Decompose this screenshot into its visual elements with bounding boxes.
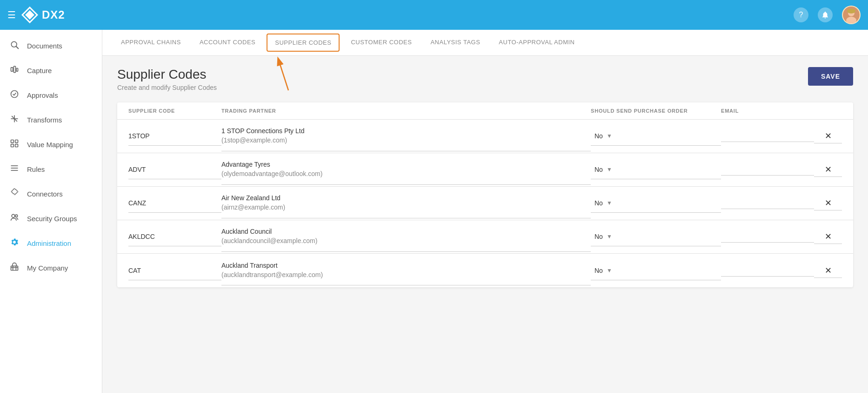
approvals-icon bbox=[9, 89, 20, 101]
svg-rect-17 bbox=[11, 144, 14, 147]
delete-button-cat[interactable]: ✕ bbox=[823, 264, 834, 278]
email-cell-advt bbox=[721, 164, 814, 176]
sidebar-item-approvals[interactable]: Approvals bbox=[0, 83, 102, 108]
dropdown-arrow-cat[interactable]: ▼ bbox=[607, 267, 612, 274]
svg-rect-18 bbox=[15, 144, 18, 147]
email-cell-akldcc bbox=[721, 231, 814, 243]
dropdown-arrow-canz[interactable]: ▼ bbox=[607, 200, 612, 206]
logo-text: DX2 bbox=[42, 8, 65, 21]
svg-rect-24 bbox=[11, 266, 18, 270]
page-header: Supplier Codes Create and modify Supplie… bbox=[117, 67, 853, 91]
trading-partner-canz: Air New Zealand Ltd (airnz@example.com) bbox=[221, 188, 591, 218]
should-send-dropdown-1stop[interactable]: No ▼ bbox=[591, 127, 721, 146]
table-row: CAT Auckland Transport (aucklandtranspor… bbox=[117, 254, 853, 287]
page-title: Supplier Codes bbox=[117, 67, 217, 82]
hamburger-icon[interactable]: ☰ bbox=[7, 9, 16, 20]
logo-area: DX2 bbox=[21, 7, 65, 23]
supplier-code-akldcc: AKLDCC bbox=[128, 227, 221, 246]
svg-line-7 bbox=[16, 47, 19, 49]
sidebar-item-connectors-label: Connectors bbox=[27, 190, 63, 198]
tab-auto-approval-admin[interactable]: AUTO-APPROVAL ADMIN bbox=[489, 30, 584, 55]
supplier-code-canz: CANZ bbox=[128, 194, 221, 213]
tab-supplier-codes[interactable]: SUPPLIER CODES bbox=[267, 34, 340, 52]
sidebar: Documents Capture Approvals bbox=[0, 30, 102, 393]
svg-point-5 bbox=[847, 9, 855, 14]
page-title-area: Supplier Codes Create and modify Supplie… bbox=[117, 67, 217, 91]
col-email: EMAIL bbox=[721, 108, 814, 114]
sidebar-item-transforms[interactable]: Transforms bbox=[0, 108, 102, 132]
administration-icon bbox=[9, 237, 20, 249]
svg-rect-8 bbox=[11, 68, 13, 71]
help-button[interactable]: ? bbox=[794, 7, 808, 22]
supplier-code-advt: ADVT bbox=[128, 160, 221, 179]
dropdown-arrow-advt[interactable]: ▼ bbox=[607, 166, 612, 173]
rules-icon bbox=[9, 163, 20, 175]
trading-partner-advt: Advantage Tyres (olydemoadvantage@outloo… bbox=[221, 155, 591, 184]
delete-button-akldcc[interactable]: ✕ bbox=[823, 230, 834, 244]
col-should-send: SHOULD SEND PURCHASE ORDER bbox=[591, 108, 721, 114]
top-header: ☰ DX2 ? bbox=[0, 0, 868, 30]
sidebar-item-administration[interactable]: Administration bbox=[0, 231, 102, 256]
table-row: AKLDCC Auckland Council (aucklandcouncil… bbox=[117, 220, 853, 254]
trading-partner-cat: Auckland Transport (aucklandtransport@ex… bbox=[221, 256, 591, 285]
tab-customer-codes[interactable]: CUSTOMER CODES bbox=[341, 30, 421, 55]
documents-icon bbox=[9, 40, 20, 52]
value-mapping-icon bbox=[9, 139, 20, 150]
sidebar-item-administration-label: Administration bbox=[27, 239, 71, 247]
security-groups-icon bbox=[9, 213, 20, 224]
sidebar-item-my-company-label: My Company bbox=[27, 264, 68, 272]
main-content: APPROVAL CHAINS ACCOUNT CODES SUPPLIER C… bbox=[102, 30, 868, 393]
page-subtitle: Create and modify Supplier Codes bbox=[117, 84, 217, 91]
sidebar-item-documents[interactable]: Documents bbox=[0, 34, 102, 58]
save-button[interactable]: SAVE bbox=[808, 67, 853, 86]
sidebar-item-connectors[interactable]: Connectors bbox=[0, 182, 102, 206]
should-send-dropdown-cat[interactable]: No ▼ bbox=[591, 261, 721, 280]
supplier-code-1stop: 1STOP bbox=[128, 127, 221, 146]
tab-account-codes[interactable]: ACCOUNT CODES bbox=[190, 30, 265, 55]
sidebar-item-value-mapping-label: Value Mapping bbox=[27, 141, 73, 149]
col-trading-partner: TRADING PARTNER bbox=[221, 108, 591, 114]
svg-rect-10 bbox=[16, 68, 18, 72]
supplier-codes-table: SUPPLIER CODE TRADING PARTNER SHOULD SEN… bbox=[117, 102, 853, 287]
tab-bar: APPROVAL CHAINS ACCOUNT CODES SUPPLIER C… bbox=[102, 30, 868, 56]
svg-rect-16 bbox=[15, 140, 18, 143]
delete-cell-akldcc: ✕ bbox=[814, 230, 842, 244]
should-send-dropdown-advt[interactable]: No ▼ bbox=[591, 160, 721, 179]
sidebar-item-my-company[interactable]: My Company bbox=[0, 256, 102, 280]
svg-point-11 bbox=[11, 91, 18, 98]
tab-analysis-tags[interactable]: ANALYSIS TAGS bbox=[421, 30, 489, 55]
email-cell-1stop bbox=[721, 130, 814, 142]
tab-approval-chains[interactable]: APPROVAL CHAINS bbox=[112, 30, 190, 55]
table-row: ADVT Advantage Tyres (olydemoadvantage@o… bbox=[117, 153, 853, 187]
delete-button-canz[interactable]: ✕ bbox=[823, 196, 834, 210]
delete-cell-1stop: ✕ bbox=[814, 129, 842, 143]
table-row: 1STOP 1 STOP Connections Pty Ltd (1stop@… bbox=[117, 120, 853, 153]
delete-button-advt[interactable]: ✕ bbox=[823, 163, 834, 176]
sidebar-item-documents-label: Documents bbox=[27, 42, 62, 50]
transforms-icon bbox=[9, 114, 20, 126]
sidebar-item-capture[interactable]: Capture bbox=[0, 58, 102, 83]
avatar[interactable] bbox=[842, 6, 861, 24]
col-supplier-code: SUPPLIER CODE bbox=[128, 108, 221, 114]
should-send-dropdown-canz[interactable]: No ▼ bbox=[591, 194, 721, 213]
connectors-icon bbox=[9, 188, 20, 200]
delete-cell-canz: ✕ bbox=[814, 196, 842, 210]
delete-button-1stop[interactable]: ✕ bbox=[823, 129, 834, 143]
sidebar-item-rules[interactable]: Rules bbox=[0, 157, 102, 182]
supplier-code-cat: CAT bbox=[128, 261, 221, 280]
capture-icon bbox=[9, 65, 20, 76]
notifications-button[interactable] bbox=[818, 7, 833, 22]
sidebar-item-rules-label: Rules bbox=[27, 165, 45, 173]
trading-partner-1stop: 1 STOP Connections Pty Ltd (1stop@exampl… bbox=[221, 121, 591, 151]
should-send-dropdown-akldcc[interactable]: No ▼ bbox=[591, 227, 721, 246]
sidebar-item-security-groups-label: Security Groups bbox=[27, 215, 77, 223]
dx2-logo-icon bbox=[21, 7, 38, 23]
sidebar-item-value-mapping[interactable]: Value Mapping bbox=[0, 132, 102, 157]
dropdown-arrow-1stop[interactable]: ▼ bbox=[607, 133, 612, 139]
dropdown-arrow-akldcc[interactable]: ▼ bbox=[607, 233, 612, 240]
table-header: SUPPLIER CODE TRADING PARTNER SHOULD SEN… bbox=[117, 102, 853, 120]
sidebar-item-security-groups[interactable]: Security Groups bbox=[0, 206, 102, 231]
svg-point-22 bbox=[12, 214, 15, 217]
header-right: ? bbox=[794, 6, 861, 24]
my-company-icon bbox=[9, 262, 20, 274]
